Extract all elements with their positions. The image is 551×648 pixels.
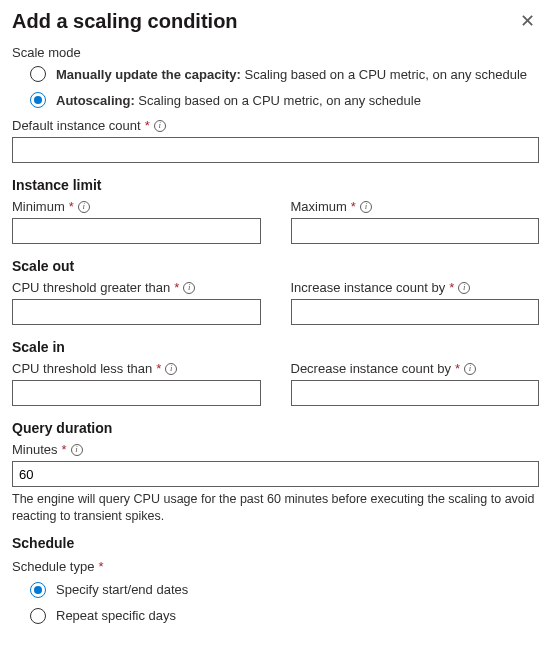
default-instance-label: Default instance count [12,118,141,133]
decrease-count-input[interactable] [291,380,540,406]
scale-out-title: Scale out [12,258,539,274]
cpu-threshold-gt-input[interactable] [12,299,261,325]
schedule-type-label: Schedule type [12,559,94,574]
info-icon[interactable]: i [165,363,177,375]
scale-mode-manual-option[interactable]: Manually update the capacity: Scaling ba… [30,66,539,82]
schedule-title: Schedule [12,535,539,551]
info-icon[interactable]: i [360,201,372,213]
info-icon[interactable]: i [464,363,476,375]
radio-icon [30,66,46,82]
required-marker: * [98,559,103,574]
required-marker: * [69,199,74,214]
scale-mode-auto-text: Autoscaling: Scaling based on a CPU metr… [56,93,421,108]
schedule-specify-text: Specify start/end dates [56,582,188,597]
cpu-threshold-lt-label: CPU threshold less than [12,361,152,376]
decrease-count-label: Decrease instance count by [291,361,451,376]
info-icon[interactable]: i [154,120,166,132]
page-title: Add a scaling condition [12,10,238,33]
minimum-label: Minimum [12,199,65,214]
required-marker: * [62,442,67,457]
minutes-input[interactable] [12,461,539,487]
info-icon[interactable]: i [78,201,90,213]
increase-count-input[interactable] [291,299,540,325]
required-marker: * [449,280,454,295]
info-icon[interactable]: i [71,444,83,456]
minimum-input[interactable] [12,218,261,244]
scale-mode-manual-text: Manually update the capacity: Scaling ba… [56,67,527,82]
increase-count-label: Increase instance count by [291,280,446,295]
required-marker: * [156,361,161,376]
maximum-input[interactable] [291,218,540,244]
schedule-repeat-text: Repeat specific days [56,608,176,623]
required-marker: * [455,361,460,376]
radio-icon [30,608,46,624]
close-icon[interactable]: ✕ [516,10,539,32]
scale-mode-label: Scale mode [12,45,539,60]
schedule-repeat-option[interactable]: Repeat specific days [30,608,539,624]
required-marker: * [351,199,356,214]
default-instance-input[interactable] [12,137,539,163]
required-marker: * [145,118,150,133]
instance-limit-title: Instance limit [12,177,539,193]
cpu-threshold-gt-label: CPU threshold greater than [12,280,170,295]
query-duration-title: Query duration [12,420,539,436]
radio-icon [30,582,46,598]
query-duration-helper: The engine will query CPU usage for the … [12,491,539,525]
cpu-threshold-lt-input[interactable] [12,380,261,406]
scale-mode-auto-option[interactable]: Autoscaling: Scaling based on a CPU metr… [30,92,539,108]
scale-in-title: Scale in [12,339,539,355]
schedule-specify-option[interactable]: Specify start/end dates [30,582,539,598]
radio-icon [30,92,46,108]
required-marker: * [174,280,179,295]
minutes-label: Minutes [12,442,58,457]
info-icon[interactable]: i [458,282,470,294]
info-icon[interactable]: i [183,282,195,294]
maximum-label: Maximum [291,199,347,214]
